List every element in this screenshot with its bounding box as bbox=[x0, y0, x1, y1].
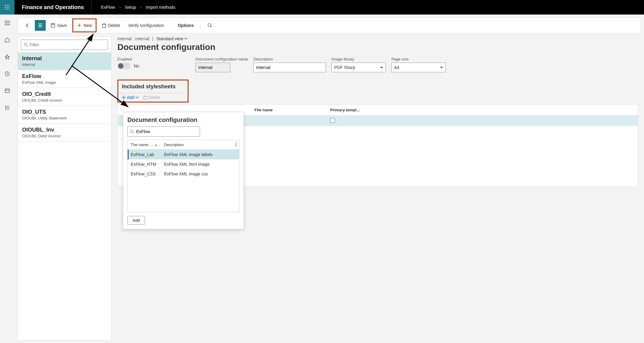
svg-point-4 bbox=[7, 7, 8, 8]
chevron-right-icon: › bbox=[140, 5, 142, 10]
app-name: Finance and Operations bbox=[15, 0, 91, 15]
svg-point-1 bbox=[7, 5, 8, 6]
breadcrumb-item[interactable]: Import methods bbox=[146, 5, 175, 10]
svg-point-3 bbox=[5, 7, 6, 8]
waffle-icon bbox=[5, 5, 10, 10]
topbar: Finance and Operations ExFlow › Setup › … bbox=[0, 0, 644, 15]
svg-point-7 bbox=[7, 9, 8, 10]
svg-point-0 bbox=[5, 5, 6, 6]
svg-point-8 bbox=[9, 9, 10, 10]
svg-point-2 bbox=[9, 5, 10, 6]
breadcrumb-item[interactable]: ExFlow bbox=[101, 5, 115, 10]
breadcrumb-item[interactable]: Setup bbox=[125, 5, 136, 10]
chevron-right-icon: › bbox=[119, 5, 121, 10]
app-launcher-button[interactable] bbox=[0, 0, 15, 15]
breadcrumb: ExFlow › Setup › Import methods bbox=[91, 5, 175, 10]
svg-point-6 bbox=[5, 9, 6, 10]
svg-point-5 bbox=[9, 7, 10, 8]
